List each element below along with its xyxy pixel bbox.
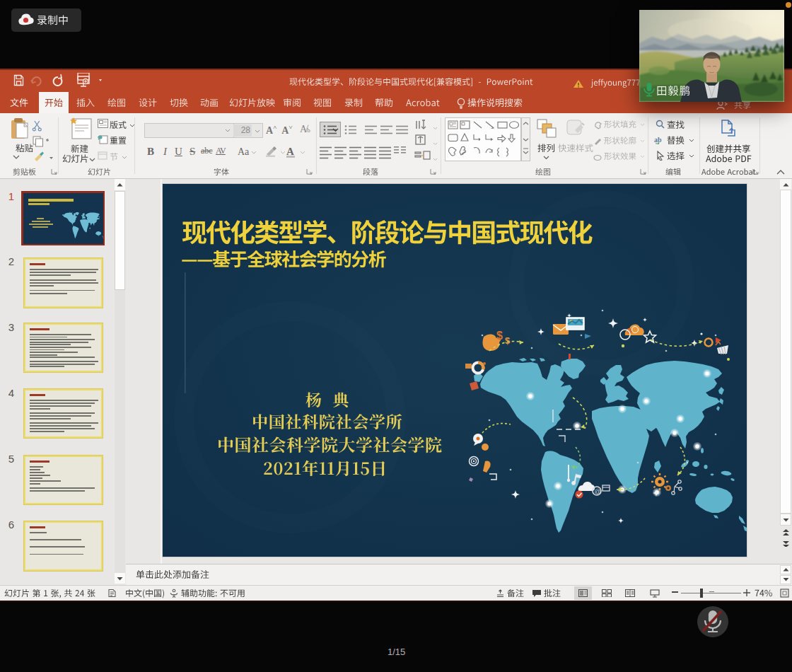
svg-text:ab: ab [654,136,662,144]
svg-text:$: $ [496,330,503,342]
svg-text:@: @ [595,488,601,495]
svg-text:$: $ [505,335,511,346]
